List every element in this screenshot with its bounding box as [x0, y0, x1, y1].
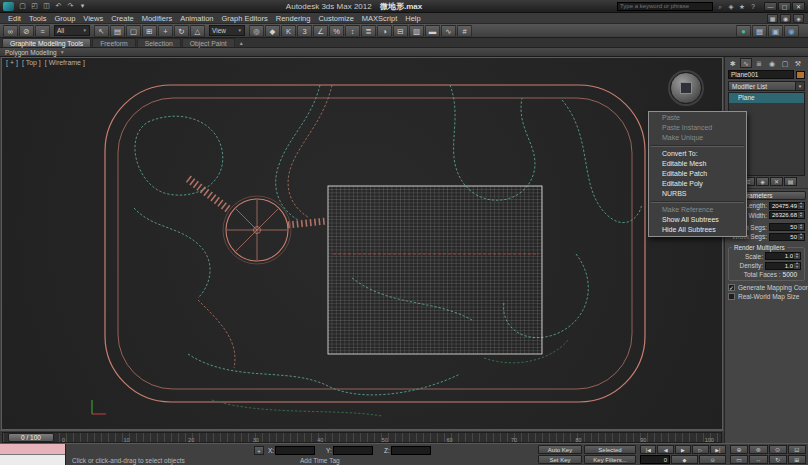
- context-menu-item[interactable]: Make Reference: [649, 205, 746, 215]
- time-configuration-icon[interactable]: ⊙: [699, 455, 726, 464]
- next-frame-button[interactable]: ▷: [692, 445, 708, 454]
- application-button[interactable]: [3, 2, 14, 11]
- utilities-tab-icon[interactable]: ⚒: [792, 58, 804, 68]
- spinner-icon[interactable]: ▲▼: [798, 203, 804, 209]
- layer-manager-icon[interactable]: ▥: [409, 25, 424, 37]
- unlink-selection-icon[interactable]: ⊘: [19, 25, 34, 37]
- context-menu-item[interactable]: Editable Mesh: [649, 159, 746, 169]
- viewport-pov-menu[interactable]: [ Top ]: [22, 59, 41, 66]
- save-file-icon[interactable]: ◫: [41, 1, 52, 11]
- menu-item[interactable]: Customize: [314, 14, 357, 23]
- key-filters-button[interactable]: Key Filters...: [584, 455, 636, 464]
- menu-item[interactable]: Animation: [176, 14, 217, 23]
- hierarchy-tab-icon[interactable]: ≣: [753, 58, 765, 68]
- select-and-move-icon[interactable]: +: [158, 25, 173, 37]
- select-by-name-icon[interactable]: ▤: [110, 25, 125, 37]
- new-scene-icon[interactable]: ▢: [17, 1, 28, 11]
- current-frame-field[interactable]: 0: [640, 455, 670, 464]
- menu-item[interactable]: Create: [107, 14, 138, 23]
- spinner-icon[interactable]: ▲▼: [798, 234, 804, 240]
- keyboard-override-icon[interactable]: K: [281, 25, 296, 37]
- orbit-icon[interactable]: ↻: [769, 455, 787, 464]
- selected-dropdown[interactable]: Selected: [584, 445, 636, 454]
- bind-to-space-warp-icon[interactable]: ≈: [35, 25, 50, 37]
- menu-item[interactable]: Help: [401, 14, 424, 23]
- rendered-frame-icon[interactable]: ▣: [768, 25, 783, 37]
- tab-freeform[interactable]: Freeform: [92, 38, 136, 47]
- ribbon-panel-polygon-modeling[interactable]: Polygon Modeling ▼: [0, 48, 808, 57]
- reference-coordinate-dropdown[interactable]: View▼: [209, 25, 245, 36]
- previous-frame-button[interactable]: ◀: [657, 445, 673, 454]
- panel-expand-icon[interactable]: ▼: [60, 49, 65, 55]
- spinner-snap-icon[interactable]: ↕: [345, 25, 360, 37]
- stack-item-plane[interactable]: Plane: [729, 93, 804, 103]
- scene-explorer-icon[interactable]: ◉: [780, 14, 791, 23]
- maxscript-mini-listener[interactable]: [0, 444, 66, 465]
- selection-filter-dropdown[interactable]: All▼: [54, 25, 90, 36]
- context-menu-item[interactable]: Editable Poly: [649, 179, 746, 189]
- modify-tab-icon[interactable]: ∿: [740, 58, 752, 68]
- zoom-icon[interactable]: ⊕: [730, 445, 748, 454]
- go-to-end-button[interactable]: ▶|: [710, 445, 726, 454]
- zoom-all-icon[interactable]: ⊛: [749, 445, 767, 454]
- time-slider-handle[interactable]: 0 / 100: [8, 433, 54, 442]
- menu-item[interactable]: Rendering: [272, 14, 315, 23]
- checkbox-icon[interactable]: ✓: [728, 284, 735, 291]
- tab-graphite-modeling-tools[interactable]: Graphite Modeling Tools: [2, 38, 91, 47]
- select-and-scale-icon[interactable]: △: [190, 25, 205, 37]
- render-setup-icon[interactable]: ▦: [752, 25, 767, 37]
- context-menu-item[interactable]: Make Unique: [649, 133, 746, 143]
- width-field[interactable]: 26326.68▲▼: [769, 211, 805, 219]
- configure-modifier-sets-icon[interactable]: ▤: [784, 177, 797, 186]
- width-segs-field[interactable]: 50▲▼: [769, 233, 805, 241]
- context-menu-item[interactable]: Paste: [649, 113, 746, 123]
- menu-item[interactable]: Views: [79, 14, 107, 23]
- viewcube-top-face[interactable]: [680, 82, 692, 94]
- undo-icon[interactable]: ↶: [53, 1, 64, 11]
- spinner-icon[interactable]: ▲▼: [794, 263, 800, 269]
- schematic-view-icon[interactable]: #: [457, 25, 472, 37]
- make-unique-icon[interactable]: ◈: [756, 177, 769, 186]
- curve-editor-icon[interactable]: ∿: [441, 25, 456, 37]
- length-field[interactable]: 20475.49▲▼: [769, 202, 805, 210]
- render-production-icon[interactable]: ◉: [784, 25, 799, 37]
- maximize-viewport-icon[interactable]: ⊞: [788, 455, 806, 464]
- object-name-field[interactable]: [728, 70, 794, 79]
- viewport-general-menu[interactable]: [ + ]: [6, 59, 18, 66]
- search-icon[interactable]: ⌕: [715, 2, 725, 11]
- menu-item[interactable]: Edit: [4, 14, 25, 23]
- menu-item[interactable]: MAXScript: [358, 14, 401, 23]
- viewport-shading-menu[interactable]: [ Wireframe ]: [45, 59, 85, 66]
- viewport-top[interactable]: [ + ] [ Top ] [ Wireframe ]: [1, 57, 723, 430]
- menu-item[interactable]: Tools: [25, 14, 51, 23]
- menu-item[interactable]: Group: [50, 14, 79, 23]
- select-and-manipulate-icon[interactable]: ◆: [265, 25, 280, 37]
- use-pivot-point-icon[interactable]: ◎: [249, 25, 264, 37]
- zoom-extents-all-icon[interactable]: ⊡: [788, 445, 806, 454]
- project-folder-icon[interactable]: ▾: [77, 1, 88, 11]
- angle-snap-icon[interactable]: ∠: [313, 25, 328, 37]
- play-button[interactable]: ▶: [675, 445, 691, 454]
- generate-mapping-checkbox[interactable]: ✓ Generate Mapping Coords.: [725, 281, 808, 291]
- menu-item[interactable]: Modifiers: [138, 14, 176, 23]
- align-icon[interactable]: ⊟: [393, 25, 408, 37]
- maximize-button[interactable]: ▢: [778, 2, 791, 11]
- selection-region-icon[interactable]: ▢: [126, 25, 141, 37]
- viewcube[interactable]: [670, 72, 702, 104]
- select-and-link-icon[interactable]: ∞: [3, 25, 18, 37]
- mini-listener-script-row[interactable]: [0, 455, 65, 465]
- coordinate-y-field[interactable]: [333, 446, 373, 455]
- context-menu-item[interactable]: Paste Instanced: [649, 123, 746, 133]
- named-selection-sets-icon[interactable]: ≣: [361, 25, 376, 37]
- add-time-tag[interactable]: Add Time Tag: [300, 457, 340, 464]
- mini-listener-macro-row[interactable]: [0, 444, 65, 455]
- key-mode-toggle-icon[interactable]: ◆: [671, 455, 698, 464]
- window-crossing-icon[interactable]: ⊞: [142, 25, 157, 37]
- workspace-icon[interactable]: ▦: [767, 14, 778, 23]
- context-menu-item[interactable]: [651, 201, 744, 203]
- motion-tab-icon[interactable]: ◉: [766, 58, 778, 68]
- spinner-icon[interactable]: ▲▼: [798, 212, 804, 218]
- modifier-list-dropdown[interactable]: Modifier List ▼: [728, 81, 805, 91]
- display-tab-icon[interactable]: ▢: [779, 58, 791, 68]
- spinner-icon[interactable]: ▲▼: [794, 253, 800, 259]
